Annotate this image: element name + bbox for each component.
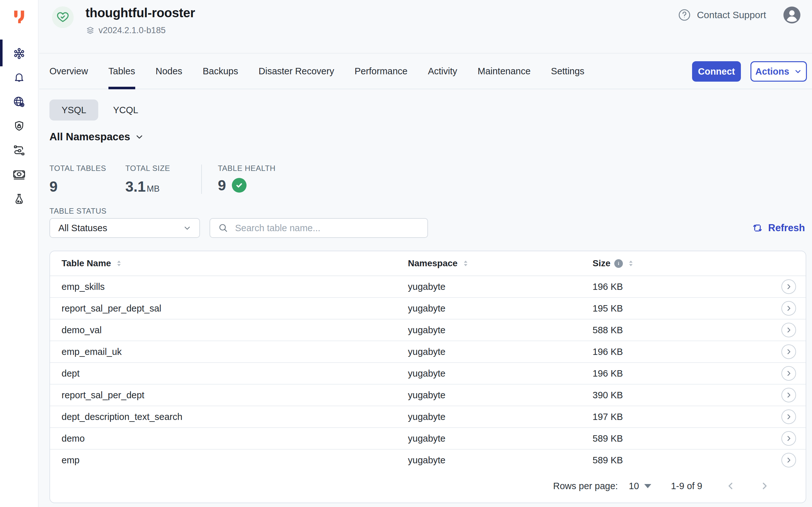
- sidebar-item-universe[interactable]: [0, 42, 38, 66]
- sort-icon: [627, 259, 635, 268]
- sidebar-item-config[interactable]: [0, 138, 38, 163]
- tab-performance[interactable]: Performance: [355, 54, 408, 89]
- cell-namespace: yugabyte: [408, 433, 593, 444]
- search-icon: [218, 223, 229, 233]
- row-expand-button[interactable]: [781, 409, 796, 424]
- cell-size: 390 KB: [593, 390, 774, 400]
- info-icon[interactable]: [614, 259, 623, 268]
- cell-table-name: emp_email_uk: [62, 347, 408, 357]
- cell-namespace: yugabyte: [408, 303, 593, 314]
- api-toggle: YSQL YCQL: [49, 100, 138, 120]
- tab-disaster-recovery[interactable]: Disaster Recovery: [259, 54, 334, 89]
- cell-table-name: demo_val: [62, 325, 408, 335]
- refresh-icon: [752, 222, 763, 234]
- tab-tables[interactable]: Tables: [108, 54, 135, 89]
- status-select[interactable]: All Statuses: [49, 218, 200, 238]
- table-header: Table Name Namespace Size: [50, 251, 806, 276]
- heart-check-icon: [56, 10, 70, 24]
- row-expand-button[interactable]: [781, 431, 796, 446]
- tab-ycql[interactable]: YCQL: [98, 100, 138, 120]
- tab-bar: OverviewTablesNodesBackupsDisaster Recov…: [39, 54, 812, 89]
- cell-size: 196 KB: [593, 368, 774, 379]
- contact-support-link[interactable]: Contact Support: [677, 8, 766, 22]
- tables-card: Table Name Namespace Size: [49, 250, 806, 503]
- sidebar-item-alerts[interactable]: [0, 66, 38, 90]
- chevron-right-icon: [784, 347, 793, 356]
- cell-table-name: emp: [62, 455, 408, 465]
- chevron-right-icon: [784, 391, 793, 400]
- cell-size: 588 KB: [593, 325, 774, 335]
- table-row: demo_val yugabyte 588 KB: [50, 320, 806, 341]
- sort-icon: [115, 259, 123, 268]
- dropdown-arrow-icon: [644, 484, 651, 488]
- tab-ysql[interactable]: YSQL: [49, 100, 98, 120]
- tab-backups[interactable]: Backups: [203, 54, 238, 89]
- bell-icon: [13, 71, 25, 84]
- sidebar-item-labs[interactable]: [0, 187, 38, 211]
- row-expand-button[interactable]: [781, 344, 796, 359]
- stats-row: TOTAL TABLES 9 TOTAL SIZE 3.1MB TABLE HE…: [49, 164, 294, 195]
- tab-nodes[interactable]: Nodes: [156, 54, 182, 89]
- column-header-size[interactable]: Size: [593, 258, 774, 269]
- health-check-icon: [232, 178, 247, 192]
- avatar[interactable]: [783, 6, 801, 24]
- chevron-right-icon: [759, 481, 770, 491]
- connect-button[interactable]: Connect: [692, 61, 741, 81]
- row-expand-button[interactable]: [781, 323, 796, 337]
- rows-per-page-select[interactable]: 10: [629, 481, 651, 491]
- search-input[interactable]: [234, 223, 421, 234]
- yugabyte-logo[interactable]: [11, 8, 27, 25]
- row-expand-button[interactable]: [781, 388, 796, 402]
- chevron-right-icon: [784, 326, 793, 335]
- stat-label: TABLE HEALTH: [218, 164, 294, 173]
- sort-icon: [462, 259, 470, 268]
- cell-table-name: dept: [62, 368, 408, 379]
- row-expand-button[interactable]: [781, 453, 796, 467]
- table-row: dept yugabyte 196 KB: [50, 363, 806, 385]
- chevron-left-icon: [725, 481, 736, 491]
- table-row: dept_description_text_search yugabyte 19…: [50, 406, 806, 428]
- stat-total-size: TOTAL SIZE 3.1MB: [125, 164, 201, 195]
- user-icon: [783, 6, 801, 24]
- column-header-namespace[interactable]: Namespace: [408, 258, 593, 269]
- table-row: demo yugabyte 589 KB: [50, 428, 806, 450]
- stat-value: 3.1MB: [125, 178, 201, 195]
- sidebar: [0, 0, 39, 507]
- namespace-dropdown[interactable]: All Namespaces: [49, 131, 144, 143]
- sidebar-item-cost[interactable]: [0, 163, 38, 187]
- cluster-icon: [12, 47, 26, 60]
- tab-overview[interactable]: Overview: [49, 54, 88, 89]
- cell-namespace: yugabyte: [408, 325, 593, 335]
- version-row: v2024.2.1.0-b185: [86, 25, 166, 36]
- question-icon: [677, 8, 692, 22]
- rows-per-page-label: Rows per page:: [553, 481, 618, 491]
- cell-size: 196 KB: [593, 347, 774, 357]
- tab-settings[interactable]: Settings: [551, 54, 585, 89]
- actions-button[interactable]: Actions: [750, 61, 807, 81]
- tab-activity[interactable]: Activity: [428, 54, 457, 89]
- stats-divider: [201, 165, 202, 194]
- row-expand-button[interactable]: [781, 301, 796, 316]
- sidebar-item-security[interactable]: [0, 114, 38, 138]
- previous-page-button[interactable]: [725, 481, 736, 491]
- cell-namespace: yugabyte: [408, 368, 593, 379]
- stat-value: 9: [49, 178, 125, 195]
- pagination-range: 1-9 of 9: [671, 481, 702, 491]
- tab-list: OverviewTablesNodesBackupsDisaster Recov…: [49, 54, 584, 89]
- column-header-table-name[interactable]: Table Name: [62, 258, 408, 269]
- refresh-button[interactable]: Refresh: [752, 222, 805, 234]
- flow-icon: [12, 144, 26, 157]
- filter-row: All Statuses Refresh: [49, 218, 812, 238]
- banknote-icon: [12, 168, 26, 182]
- table-row: emp_email_uk yugabyte 196 KB: [50, 341, 806, 363]
- row-expand-button[interactable]: [781, 366, 796, 381]
- sidebar-item-regions[interactable]: [0, 90, 38, 114]
- globe-gear-icon: [12, 95, 26, 109]
- tab-maintenance[interactable]: Maintenance: [478, 54, 531, 89]
- next-page-button[interactable]: [759, 481, 770, 491]
- cell-table-name: dept_description_text_search: [62, 412, 408, 422]
- version-label: v2024.2.1.0-b185: [99, 25, 166, 36]
- row-expand-button[interactable]: [781, 279, 796, 294]
- stat-table-health: TABLE HEALTH 9: [218, 164, 294, 194]
- contact-support-label: Contact Support: [697, 10, 766, 20]
